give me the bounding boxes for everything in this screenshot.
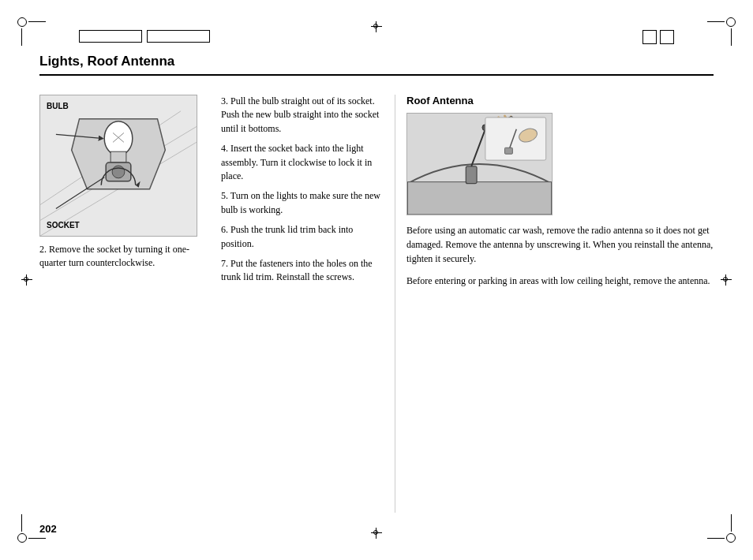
corner-mark-tl <box>17 17 32 32</box>
column-left: BULB SOCKET 2. Remove the socket by turn… <box>39 95 213 513</box>
bulb-socket-diagram: BULB SOCKET <box>39 95 197 237</box>
svg-rect-27 <box>505 147 513 154</box>
crosshair-right <box>720 274 732 286</box>
top-reg-boxes <box>79 30 210 43</box>
roof-antenna-heading: Roof Antenna <box>406 95 714 106</box>
top-reg-squares <box>642 30 674 44</box>
step-5: 5. Turn on the lights to make sure the n… <box>221 189 387 217</box>
column-right: Roof Antenna <box>395 95 714 513</box>
step-3: 3. Pull the bulb straight out of its soc… <box>221 95 387 136</box>
svg-point-5 <box>104 121 133 156</box>
svg-rect-25 <box>485 118 546 160</box>
corner-mark-bl <box>17 528 32 543</box>
page-title: Lights, Roof Antenna <box>39 54 714 69</box>
step-7: 7. Put the fasteners into the holes on t… <box>221 257 387 285</box>
antenna-body-text-1: Before using an automatic car wash, remo… <box>406 223 714 266</box>
antenna-diagram <box>406 113 553 215</box>
antenna-body-text-2: Before entering or parking in areas with… <box>406 274 714 288</box>
page-number: 202 <box>39 523 57 535</box>
corner-mark-tr <box>721 17 736 32</box>
header-rule <box>39 74 714 76</box>
corner-mark-br <box>721 528 736 543</box>
content-area: BULB SOCKET 2. Remove the socket by turn… <box>39 95 714 513</box>
step-4: 4. Insert the socket back into the light… <box>221 142 387 183</box>
svg-rect-6 <box>111 151 126 162</box>
svg-rect-16 <box>466 166 477 184</box>
crosshair-bottom <box>370 527 383 539</box>
step-2-caption: 2. Remove the socket by turning it one-q… <box>39 243 205 270</box>
page-header: Lights, Roof Antenna <box>39 54 714 76</box>
socket-label: SOCKET <box>47 221 80 230</box>
bulb-label: BULB <box>47 102 69 110</box>
column-middle: 3. Pull the bulb straight out of its soc… <box>213 95 395 513</box>
crosshair-top <box>370 21 383 33</box>
step-6: 6. Push the trunk lid trim back into pos… <box>221 223 387 251</box>
crosshair-left <box>21 274 33 286</box>
svg-rect-15 <box>407 182 551 215</box>
